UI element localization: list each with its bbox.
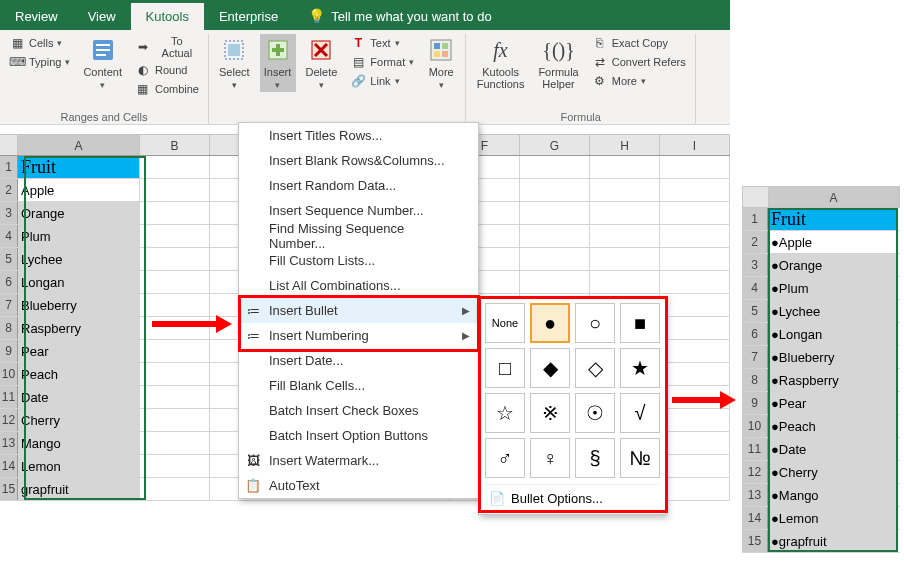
cell[interactable]: ●Peach bbox=[768, 415, 898, 437]
row-header[interactable]: 13 bbox=[0, 432, 18, 454]
cell[interactable] bbox=[660, 179, 730, 201]
menu-item[interactable]: List All Combinations... bbox=[239, 273, 478, 298]
col-A[interactable]: A bbox=[18, 135, 140, 155]
cell[interactable] bbox=[660, 478, 730, 500]
row-header[interactable]: 12 bbox=[0, 409, 18, 431]
cell[interactable]: ●Apple bbox=[768, 231, 898, 253]
cell[interactable] bbox=[140, 478, 210, 500]
tab-view[interactable]: View bbox=[73, 3, 131, 30]
row-header[interactable]: 14 bbox=[0, 455, 18, 477]
cell[interactable] bbox=[140, 179, 210, 201]
cell[interactable] bbox=[590, 202, 660, 224]
cell[interactable]: ●Mango bbox=[768, 484, 898, 506]
menu-item[interactable]: Batch Insert Check Boxes bbox=[239, 398, 478, 423]
btn-cells[interactable]: ▦Cells▾ bbox=[6, 34, 73, 52]
row-header[interactable]: 11 bbox=[742, 438, 768, 460]
col-B[interactable]: B bbox=[140, 135, 210, 155]
cell[interactable] bbox=[520, 179, 590, 201]
menu-item[interactable]: Insert Blank Rows&Columns... bbox=[239, 148, 478, 173]
bullet-choice[interactable]: ☆ bbox=[485, 393, 525, 433]
btn-convert-refers[interactable]: ⇄Convert Refers bbox=[589, 53, 689, 71]
cell[interactable]: Plum bbox=[18, 225, 140, 247]
cell[interactable] bbox=[590, 225, 660, 247]
cell[interactable] bbox=[140, 409, 210, 431]
bullet-choice[interactable]: ◇ bbox=[575, 348, 615, 388]
bullet-choice[interactable]: ■ bbox=[620, 303, 660, 343]
cell[interactable]: Fruit bbox=[18, 156, 140, 178]
cell[interactable]: Apple bbox=[18, 179, 140, 201]
cell[interactable] bbox=[140, 455, 210, 477]
cell[interactable] bbox=[660, 363, 730, 385]
btn-select[interactable]: Select▾ bbox=[215, 34, 254, 92]
row-header[interactable]: 8 bbox=[0, 317, 18, 339]
cell[interactable]: Mango bbox=[18, 432, 140, 454]
bullet-choice[interactable]: ※ bbox=[530, 393, 570, 433]
cell[interactable] bbox=[140, 271, 210, 293]
row-header[interactable]: 14 bbox=[742, 507, 768, 529]
bullet-choice[interactable]: √ bbox=[620, 393, 660, 433]
cell[interactable] bbox=[140, 386, 210, 408]
row-header[interactable]: 9 bbox=[0, 340, 18, 362]
cell[interactable] bbox=[660, 225, 730, 247]
row-header[interactable]: 7 bbox=[742, 346, 768, 368]
btn-link[interactable]: 🔗Link▾ bbox=[347, 72, 417, 90]
cell[interactable]: ●grapfruit bbox=[768, 530, 898, 552]
menu-item[interactable]: Insert Sequence Number... bbox=[239, 198, 478, 223]
btn-formula-helper[interactable]: {()}Formula Helper bbox=[534, 34, 582, 92]
cell[interactable] bbox=[660, 317, 730, 339]
menu-item[interactable]: Batch Insert Option Buttons bbox=[239, 423, 478, 448]
row-header[interactable]: 15 bbox=[742, 530, 768, 552]
row-header[interactable]: 4 bbox=[742, 277, 768, 299]
row-header[interactable]: 4 bbox=[0, 225, 18, 247]
row-header[interactable]: 6 bbox=[0, 271, 18, 293]
btn-insert[interactable]: Insert▾ bbox=[260, 34, 296, 92]
cell[interactable]: Blueberry bbox=[18, 294, 140, 316]
cell[interactable]: ●Date bbox=[768, 438, 898, 460]
cell[interactable] bbox=[520, 271, 590, 293]
select-all-right[interactable] bbox=[743, 187, 769, 207]
menu-item[interactable]: Insert Titles Rows... bbox=[239, 123, 478, 148]
cell[interactable]: ●Pear bbox=[768, 392, 898, 414]
cell[interactable] bbox=[660, 340, 730, 362]
cell[interactable] bbox=[590, 179, 660, 201]
cell[interactable]: ●Cherry bbox=[768, 461, 898, 483]
menu-item[interactable]: ≔Insert Bullet▶ bbox=[239, 298, 478, 323]
row-header[interactable]: 11 bbox=[0, 386, 18, 408]
cell[interactable] bbox=[520, 202, 590, 224]
bullet-choice[interactable]: ♂ bbox=[485, 438, 525, 478]
menu-item[interactable]: Fill Blank Cells... bbox=[239, 373, 478, 398]
btn-to-actual[interactable]: ➡To Actual bbox=[132, 34, 202, 60]
row-header[interactable]: 8 bbox=[742, 369, 768, 391]
btn-more[interactable]: More▾ bbox=[423, 34, 459, 92]
btn-kutools-functions[interactable]: fxKutools Functions bbox=[473, 34, 529, 92]
cell[interactable] bbox=[140, 294, 210, 316]
cell[interactable] bbox=[660, 409, 730, 431]
cell[interactable]: ●Orange bbox=[768, 254, 898, 276]
tell-me[interactable]: 💡 Tell me what you want to do bbox=[293, 2, 506, 30]
row-header[interactable]: 10 bbox=[742, 415, 768, 437]
bullet-choice[interactable]: § bbox=[575, 438, 615, 478]
tab-enterprise[interactable]: Enterprise bbox=[204, 3, 293, 30]
cell[interactable]: ●Plum bbox=[768, 277, 898, 299]
cell[interactable]: Date bbox=[18, 386, 140, 408]
btn-more2[interactable]: ⚙More▾ bbox=[589, 72, 689, 90]
cell[interactable] bbox=[520, 156, 590, 178]
bullet-none[interactable]: None bbox=[485, 303, 525, 343]
menu-item[interactable]: Fill Custom Lists... bbox=[239, 248, 478, 273]
cell[interactable]: Lemon bbox=[18, 455, 140, 477]
btn-delete[interactable]: Delete▾ bbox=[302, 34, 342, 92]
cell[interactable]: ●Raspberry bbox=[768, 369, 898, 391]
cell[interactable] bbox=[590, 271, 660, 293]
menu-item[interactable]: Insert Date... bbox=[239, 348, 478, 373]
row-header[interactable]: 9 bbox=[742, 392, 768, 414]
cell[interactable]: Pear bbox=[18, 340, 140, 362]
cell[interactable] bbox=[140, 340, 210, 362]
btn-combine[interactable]: ▦Combine bbox=[132, 80, 202, 98]
bullet-options[interactable]: 📄 Bullet Options... bbox=[485, 484, 659, 508]
btn-round[interactable]: ◐Round bbox=[132, 61, 202, 79]
cell[interactable] bbox=[660, 248, 730, 270]
select-all[interactable] bbox=[0, 135, 18, 155]
menu-item[interactable]: ≔Insert Numbering▶ bbox=[239, 323, 478, 348]
menu-item[interactable]: Insert Random Data... bbox=[239, 173, 478, 198]
col-I[interactable]: I bbox=[660, 135, 730, 155]
